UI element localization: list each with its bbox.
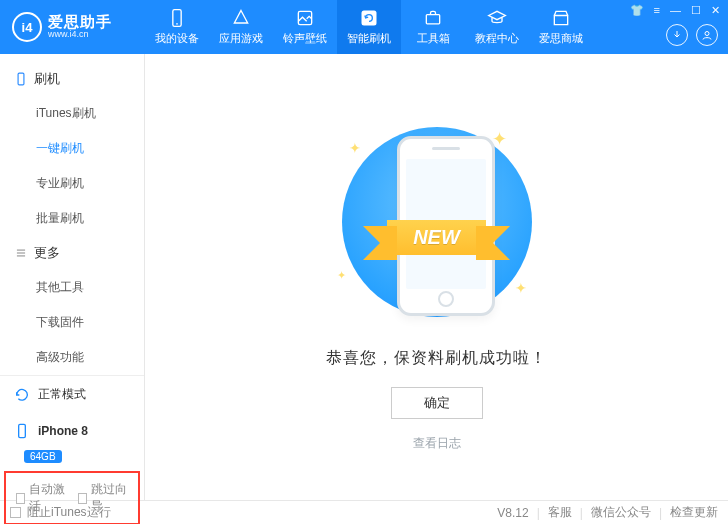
- minimize-button[interactable]: —: [670, 4, 681, 17]
- svg-rect-3: [362, 11, 377, 26]
- ok-button[interactable]: 确定: [391, 387, 483, 419]
- svg-rect-10: [19, 424, 26, 437]
- sidebar-item-batch-flash[interactable]: 批量刷机: [0, 201, 144, 236]
- tab-label: 教程中心: [475, 31, 519, 46]
- sidebar-item-other-tools[interactable]: 其他工具: [0, 270, 144, 305]
- tab-label: 爱思商城: [539, 31, 583, 46]
- wechat-link[interactable]: 微信公众号: [591, 504, 651, 521]
- svg-point-5: [705, 32, 709, 36]
- logo-title: 爱思助手: [48, 14, 112, 31]
- svg-rect-4: [426, 15, 439, 24]
- sidebar-item-oneclick-flash[interactable]: 一键刷机: [0, 131, 144, 166]
- tab-store[interactable]: 爱思商城: [529, 0, 593, 54]
- congrats-text: 恭喜您，保资料刷机成功啦！: [326, 348, 547, 369]
- close-button[interactable]: ✕: [711, 4, 720, 17]
- device-info[interactable]: iPhone 8 64GB: [0, 413, 144, 467]
- tab-flash[interactable]: 智能刷机: [337, 0, 401, 54]
- tab-apps[interactable]: 应用游戏: [209, 0, 273, 54]
- refresh-icon: [14, 387, 30, 403]
- phone-icon: [167, 8, 187, 28]
- tab-label: 应用游戏: [219, 31, 263, 46]
- sidebar-section-more: 更多: [0, 236, 144, 270]
- checkbox-skip-guide[interactable]: 跳过向导: [78, 481, 128, 515]
- maximize-button[interactable]: ☐: [691, 4, 701, 17]
- sidebar-item-itunes-flash[interactable]: iTunes刷机: [0, 96, 144, 131]
- device-name: iPhone 8: [38, 424, 88, 438]
- sparkle-icon: ✦: [515, 280, 527, 296]
- tab-ringtones[interactable]: 铃声壁纸: [273, 0, 337, 54]
- tab-label: 智能刷机: [347, 31, 391, 46]
- sidebar-section-flash: 刷机: [0, 62, 144, 96]
- nav-tabs: 我的设备 应用游戏 铃声壁纸 智能刷机 工具箱 教程中心 爱思商城: [145, 0, 593, 54]
- support-link[interactable]: 客服: [548, 504, 572, 521]
- tab-label: 我的设备: [155, 31, 199, 46]
- tab-label: 工具箱: [417, 31, 450, 46]
- sparkle-icon: ✦: [337, 269, 346, 282]
- user-button[interactable]: [696, 24, 718, 46]
- tab-my-device[interactable]: 我的设备: [145, 0, 209, 54]
- checkbox-auto-activate[interactable]: 自动激活: [16, 481, 66, 515]
- menu-icon[interactable]: ≡: [654, 4, 660, 17]
- window-controls: 👕 ≡ — ☐ ✕: [630, 4, 720, 17]
- app-header: i4 爱思助手 www.i4.cn 我的设备 应用游戏 铃声壁纸 智能刷机 工具…: [0, 0, 728, 54]
- logo-subtitle: www.i4.cn: [48, 30, 112, 40]
- phone-icon: [14, 423, 30, 439]
- device-mode[interactable]: 正常模式: [0, 376, 144, 413]
- sidebar: 刷机 iTunes刷机 一键刷机 专业刷机 批量刷机 更多 其他工具 下载固件 …: [0, 54, 145, 500]
- graduation-icon: [487, 8, 507, 28]
- view-log-link[interactable]: 查看日志: [413, 435, 461, 452]
- check-update-link[interactable]: 检查更新: [670, 504, 718, 521]
- tab-tutorial[interactable]: 教程中心: [465, 0, 529, 54]
- tab-label: 铃声壁纸: [283, 31, 327, 46]
- highlighted-options: 自动激活 跳过向导: [4, 471, 140, 524]
- flash-icon: [359, 8, 379, 28]
- svg-rect-6: [18, 73, 24, 85]
- version-label: V8.12: [497, 506, 528, 520]
- download-button[interactable]: [666, 24, 688, 46]
- new-ribbon: NEW: [317, 214, 557, 260]
- svg-rect-2: [298, 11, 311, 24]
- wallpaper-icon: [295, 8, 315, 28]
- main-content: ✦ ✦ ✦ ✦ NEW 恭喜您，保资料刷机成功啦！ 确定 查看日志: [145, 54, 728, 500]
- tab-toolbox[interactable]: 工具箱: [401, 0, 465, 54]
- sidebar-item-pro-flash[interactable]: 专业刷机: [0, 166, 144, 201]
- store-icon: [551, 8, 571, 28]
- logo-mark: i4: [12, 12, 42, 42]
- success-illustration: ✦ ✦ ✦ ✦ NEW: [307, 122, 567, 322]
- sidebar-item-advanced[interactable]: 高级功能: [0, 340, 144, 375]
- sidebar-item-download-firmware[interactable]: 下载固件: [0, 305, 144, 340]
- phone-icon: [14, 72, 28, 86]
- shirt-icon[interactable]: 👕: [630, 4, 644, 17]
- storage-badge: 64GB: [24, 450, 62, 463]
- app-logo: i4 爱思助手 www.i4.cn: [0, 12, 145, 42]
- toolbox-icon: [423, 8, 443, 28]
- apps-icon: [231, 8, 251, 28]
- list-icon: [14, 246, 28, 260]
- sparkle-icon: ✦: [349, 140, 361, 156]
